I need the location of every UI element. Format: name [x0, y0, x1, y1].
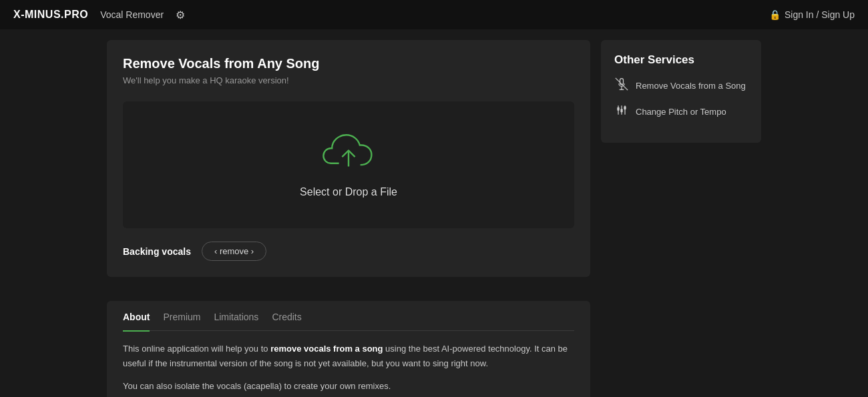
tab-credits[interactable]: Credits	[272, 312, 301, 325]
upload-label: Select or Drop a File	[300, 186, 397, 198]
svg-rect-8	[617, 107, 619, 111]
tab-premium[interactable]: Premium	[163, 312, 200, 325]
about-p1-bold: remove vocals from a song	[270, 344, 383, 354]
cloud-upload-icon	[322, 131, 375, 177]
sign-in-area[interactable]: 🔒 Sign In / Sign Up	[769, 9, 855, 20]
header-left: X-MINUS.PRO Vocal Remover ⚙	[13, 9, 185, 21]
service-remove-vocals-label: Remove Vocals from a Song	[636, 81, 746, 91]
tab-content-about: This online application will help you to…	[123, 342, 574, 397]
main-content: Remove Vocals from Any Song We'll help y…	[0, 29, 868, 397]
sign-in-label[interactable]: Sign In / Sign Up	[785, 9, 855, 20]
tab-about[interactable]: About	[123, 312, 150, 332]
right-panel-title: Other Services	[614, 53, 748, 67]
tabs-header: About Premium Limitations Credits	[123, 312, 574, 331]
backing-vocals-row: Backing vocals ‹ remove ›	[123, 242, 574, 261]
header: X-MINUS.PRO Vocal Remover ⚙ 🔒 Sign In / …	[0, 0, 868, 29]
brand-logo[interactable]: X-MINUS.PRO	[13, 9, 88, 21]
about-p1-pre: This online application will help you to	[123, 344, 270, 354]
tab-limitations[interactable]: Limitations	[214, 312, 258, 325]
remove-button[interactable]: ‹ remove ›	[202, 242, 266, 261]
svg-rect-10	[624, 106, 626, 109]
service-change-pitch-label: Change Pitch or Tempo	[636, 107, 726, 117]
backing-vocals-label: Backing vocals	[123, 246, 191, 257]
about-paragraph-1: This online application will help you to…	[123, 342, 574, 371]
tabs-section: About Premium Limitations Credits This o…	[107, 301, 590, 397]
panel-title: Remove Vocals from Any Song	[123, 56, 574, 71]
upload-panel: Remove Vocals from Any Song We'll help y…	[107, 40, 590, 277]
service-item-change-pitch[interactable]: Change Pitch or Tempo	[614, 103, 748, 120]
service-item-remove-vocals[interactable]: Remove Vocals from a Song	[614, 77, 748, 94]
svg-rect-9	[620, 109, 622, 112]
right-panel: Other Services Remove Vocals from a Song	[601, 40, 761, 143]
vocal-remover-nav[interactable]: Vocal Remover	[100, 9, 164, 20]
panel-subtitle: We'll help you make a HQ karaoke version…	[123, 75, 574, 85]
upload-dropzone[interactable]: Select or Drop a File	[123, 101, 574, 228]
lock-icon: 🔒	[769, 9, 781, 20]
about-paragraph-2: You can also isolate the vocals (acapell…	[123, 379, 574, 394]
equalizer-icon	[614, 103, 629, 120]
mic-off-icon	[614, 77, 629, 94]
settings-icon[interactable]: ⚙	[176, 9, 185, 21]
